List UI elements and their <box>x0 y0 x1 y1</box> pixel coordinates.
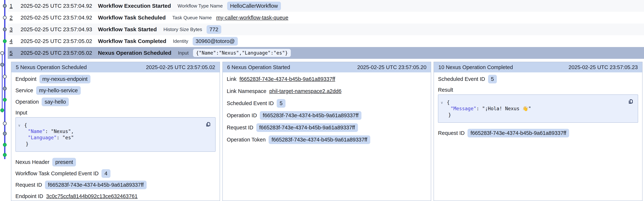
timeline-node-green[interactable] <box>0 109 4 112</box>
event-attribute-value-badge: 772 <box>206 25 221 34</box>
event-detail-panel: 10 Nexus Operation Completed2025-02-25 U… <box>434 62 642 201</box>
event-attribute-value-link[interactable]: my-caller-workflow-task-queue <box>216 15 288 21</box>
timeline-node-pale[interactable] <box>3 75 6 78</box>
field-row: Operation Tokenf665283f-743e-4374-b45b-9… <box>227 136 427 144</box>
timeline-node-gray[interactable] <box>3 28 6 31</box>
event-number-link[interactable]: 3 <box>10 26 14 33</box>
json-text: : "Nexus", <box>45 129 74 134</box>
json-text: : "es" <box>57 135 74 140</box>
json-text: } <box>26 141 28 147</box>
panel-timestamp: 2025-02-25 UTC 23:57:05.20 <box>357 64 426 70</box>
field-label: Link <box>227 76 236 82</box>
field-label: Link Namespace <box>227 88 266 94</box>
field-row: Nexus Headerpresent <box>16 158 216 166</box>
copy-button[interactable] <box>628 98 634 105</box>
timeline-node-pale[interactable] <box>0 52 4 55</box>
code-block: ∨{"Message": "¡Hola! Nexus 👋"} <box>438 94 638 123</box>
field-row: Scheduled Event ID5 <box>438 75 638 83</box>
field-label: Nexus Header <box>16 159 49 165</box>
event-row[interactable]: 32025-02-25 UTC 23:57:04.93Workflow Task… <box>8 24 644 35</box>
field-value-badge: present <box>52 158 76 166</box>
field-value-badge: my-nexus-endpoint <box>40 75 91 83</box>
json-line: } <box>20 141 212 147</box>
event-timestamp: 2025-02-25 UTC 23:57:05.02 <box>20 50 93 56</box>
code-block: ∨{"Name": "Nexus","Language": "es"} <box>16 117 216 152</box>
event-row[interactable]: 12025-02-25 UTC 23:57:04.92Workflow Exec… <box>8 0 644 12</box>
timeline-node-gray[interactable] <box>0 63 4 66</box>
panel-body: Scheduled Event ID5Result∨{"Message": "¡… <box>434 75 642 137</box>
panel-timestamp: 2025-02-25 UTC 23:57:05.23 <box>568 64 638 70</box>
collapse-chevron-icon[interactable]: ∨ <box>440 100 443 106</box>
timeline-node-pale[interactable] <box>3 16 6 19</box>
field-value-badge: say-hello <box>42 98 69 106</box>
field-label: Operation ID <box>227 112 257 118</box>
event-timestamp: 2025-02-25 UTC 23:57:04.93 <box>20 26 93 33</box>
timeline-node-green[interactable] <box>3 40 6 43</box>
timeline-node-green[interactable] <box>3 98 6 101</box>
field-value-badge: 4 <box>102 169 110 178</box>
json-line: "Language": "es" <box>20 134 212 141</box>
field-row: Request IDf665283f-743e-4374-b45b-9a61a8… <box>16 181 216 189</box>
panel-header: 6 Nexus Operation Started2025-02-25 UTC … <box>223 62 431 72</box>
field-row: Operationsay-hello <box>16 98 216 106</box>
event-timestamp: 2025-02-25 UTC 23:57:05.02 <box>20 38 93 44</box>
event-name: Workflow Task Started <box>98 26 157 33</box>
field-value-badge: f665283f-743e-4374-b45b-9a61a89337ff <box>256 123 358 132</box>
event-number-link[interactable]: 5 <box>10 50 14 56</box>
field-value-link[interactable]: f665283f-743e-4374-b45b-9a61a89337ff <box>240 76 335 82</box>
field-row: Endpoint ID3c0c75ccfa8144b092c13ce632463… <box>16 192 216 200</box>
timeline-node-gray[interactable] <box>3 4 6 8</box>
event-number-link[interactable]: 2 <box>10 15 14 21</box>
copy-button[interactable] <box>205 121 212 127</box>
json-key: "Language" <box>28 135 57 140</box>
event-number-link[interactable]: 1 <box>10 3 14 9</box>
json-line: ∨{ <box>20 122 212 128</box>
panel-title: 6 Nexus Operation Started <box>227 64 290 70</box>
panel-header: 10 Nexus Operation Completed2025-02-25 U… <box>434 62 642 72</box>
timeline-node-gray[interactable] <box>3 132 6 135</box>
event-attribute-value-badge: {"Name":"Nexus","Language":"es"} <box>193 49 291 57</box>
event-attribute-value: 772 <box>206 25 221 34</box>
event-graph-timeline <box>0 0 8 201</box>
field-row: Servicemy-hello-service <box>16 86 216 94</box>
event-attribute-label: History Size Bytes <box>164 27 202 32</box>
field-value-badge: f665283f-743e-4374-b45b-9a61a89337ff <box>45 181 146 189</box>
field-value-link[interactable]: 3c0c75ccfa8144b092c13ce632463761 <box>46 193 138 199</box>
event-attribute-label: Identity <box>173 38 188 44</box>
timeline-node-green[interactable] <box>3 153 6 156</box>
event-row[interactable]: 52025-02-25 UTC 23:57:05.02Nexus Operati… <box>8 47 644 59</box>
field-value-badge: 5 <box>277 99 286 108</box>
event-attribute-value: 30960@totoro@ <box>193 37 238 46</box>
field-label: Request ID <box>438 130 464 136</box>
field-value-badge: f665283f-743e-4374-b45b-9a61a89337ff <box>260 111 362 120</box>
field-label: Operation <box>16 99 39 105</box>
field-label: Input <box>16 109 216 116</box>
event-attribute-value-badge: HelloCallerWorkflow <box>227 2 281 10</box>
field-label: Service <box>16 87 33 94</box>
timeline-node-gray[interactable] <box>3 87 6 90</box>
field-value-badge: f665283f-743e-4374-b45b-9a61a89337ff <box>468 129 569 137</box>
event-attribute-label: Input <box>178 50 188 56</box>
field-value-link[interactable]: phil-target-namespace2.a2dd6 <box>269 88 342 94</box>
json-key: "Message" <box>450 106 476 111</box>
event-row[interactable]: 42025-02-25 UTC 23:57:05.02Workflow Task… <box>8 35 644 47</box>
event-number-link[interactable]: 4 <box>10 38 14 44</box>
field-value-badge: my-hello-service <box>36 86 81 95</box>
event-detail-panel: 5 Nexus Operation Scheduled2025-02-25 UT… <box>11 62 220 201</box>
event-attribute-label: Task Queue Name <box>172 15 212 21</box>
event-row[interactable]: 22025-02-25 UTC 23:57:04.92Workflow Task… <box>8 12 644 24</box>
field-row: Workflow Task Completed Event ID4 <box>16 169 216 177</box>
timeline-node-green[interactable] <box>3 143 6 146</box>
json-text: { <box>447 100 450 105</box>
collapse-chevron-icon[interactable]: ∨ <box>18 122 20 129</box>
event-attribute-value: {"Name":"Nexus","Language":"es"} <box>193 49 291 57</box>
timeline-node-pale[interactable] <box>3 122 6 125</box>
panel-title: 10 Nexus Operation Completed <box>438 64 513 70</box>
json-key: "Name" <box>28 129 45 134</box>
json-line: "Message": "¡Hola! Nexus 👋" <box>442 105 634 112</box>
field-row: Request IDf665283f-743e-4374-b45b-9a61a8… <box>227 123 427 132</box>
event-detail-panels: 5 Nexus Operation Scheduled2025-02-25 UT… <box>11 62 642 201</box>
event-detail-panel: 6 Nexus Operation Started2025-02-25 UTC … <box>222 62 431 201</box>
panel-body: Endpointmy-nexus-endpointServicemy-hello… <box>12 75 220 200</box>
copy-icon <box>628 98 634 105</box>
